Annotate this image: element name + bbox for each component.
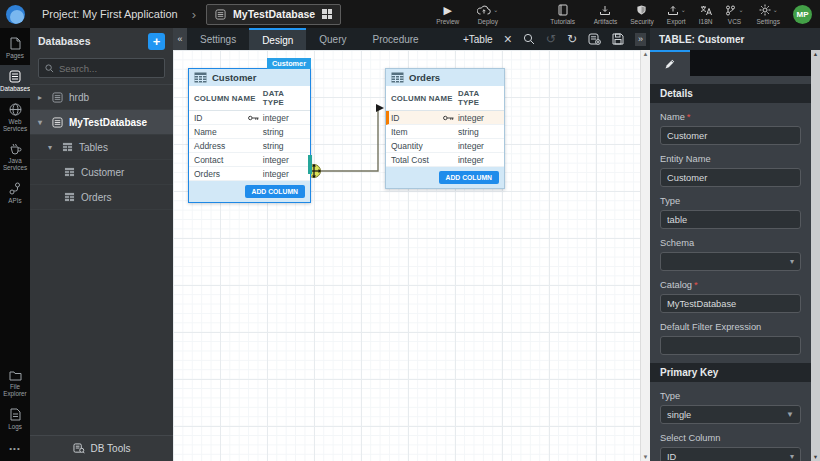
scroll-up-icon[interactable]: ▲ xyxy=(813,51,818,57)
type-label: Type xyxy=(660,196,801,206)
caret-down-icon: ⌄ xyxy=(493,4,498,17)
add-column-button[interactable]: ADD COLUMN xyxy=(439,171,499,184)
deploy-button[interactable]: ⌄ Deploy xyxy=(477,4,498,25)
entity-table-customer[interactable]: Customer Customer COLUMN NAME DATA TYPE … xyxy=(188,68,311,203)
name-label: Name* xyxy=(660,112,801,122)
export-button[interactable]: ⌄ Export xyxy=(667,4,686,25)
nav-apis[interactable]: APIs xyxy=(0,177,30,210)
databases-panel: Databases + ▸ hrdb ▾ MyTestDatabase ▾ Ta… xyxy=(30,28,173,461)
tab-procedure[interactable]: Procedure xyxy=(360,28,432,50)
more-icon[interactable]: ••• xyxy=(0,436,30,461)
caret-down-icon[interactable]: ▾ xyxy=(48,143,56,152)
canvas-vertical-scrollbar[interactable]: ▲ ▼ xyxy=(640,50,650,461)
column-row-totalcost[interactable]: Total Cost integer xyxy=(386,153,504,167)
tutorials-button[interactable]: Tutorials xyxy=(550,4,575,25)
redo-icon[interactable]: ↻ xyxy=(567,33,577,45)
edit-tab[interactable] xyxy=(650,50,690,76)
table-icon xyxy=(64,167,75,177)
search-icon[interactable] xyxy=(523,33,535,45)
chevron-down-icon: ▾ xyxy=(790,452,794,461)
nav-databases[interactable]: Databases xyxy=(0,65,30,98)
pk-select-column-select[interactable]: ID ▾ xyxy=(660,447,801,461)
nav-web-services[interactable]: Web Services xyxy=(0,98,30,138)
properties-scrollbar[interactable]: ▲ ▼ xyxy=(811,50,820,461)
name-field[interactable] xyxy=(660,126,801,145)
log-file-icon xyxy=(10,408,21,421)
pk-select-column-label: Select Column xyxy=(660,433,801,443)
tab-query[interactable]: Query xyxy=(306,28,359,50)
pk-type-select[interactable]: single ▼ xyxy=(660,405,801,424)
nav-file-explorer[interactable]: File Explorer xyxy=(0,365,30,403)
tab-design[interactable]: Design xyxy=(249,28,306,50)
topbar-actions: ▶ Preview ⌄ Deploy Tutorials xyxy=(436,4,575,25)
coffee-cup-icon xyxy=(9,143,22,155)
caret-down-icon: ⌄ xyxy=(773,4,778,17)
database-tree: ▸ hrdb ▾ MyTestDatabase ▾ Tables Custome… xyxy=(30,84,173,435)
app-logo[interactable] xyxy=(0,0,30,28)
tree-item-customer[interactable]: Customer xyxy=(30,160,173,185)
tree-item-orders[interactable]: Orders xyxy=(30,185,173,210)
i18n-button[interactable]: I18N xyxy=(699,4,713,25)
dashboard-grid-icon[interactable] xyxy=(322,9,332,19)
entity-table-orders[interactable]: Orders COLUMN NAME DATA TYPE ID integer … xyxy=(385,68,505,189)
entity-name-field[interactable] xyxy=(660,168,801,187)
scroll-down-icon[interactable]: ▼ xyxy=(813,454,818,460)
tree-item-hrdb[interactable]: ▸ hrdb xyxy=(30,85,173,110)
column-row-item[interactable]: Item string xyxy=(386,125,504,139)
column-row-orders[interactable]: Orders integer xyxy=(189,167,310,181)
scroll-up-icon[interactable]: ▲ xyxy=(643,51,649,57)
select-arrow-icon: ▼ xyxy=(786,410,794,419)
save-icon[interactable] xyxy=(612,33,624,45)
add-table-button[interactable]: +Table xyxy=(463,34,493,45)
tree-item-tables[interactable]: ▾ Tables xyxy=(30,135,173,160)
table-icon xyxy=(194,72,207,83)
column-row-id[interactable]: ID integer xyxy=(189,111,310,125)
db-tools-button[interactable]: DB Tools xyxy=(30,435,173,461)
collapse-right-panel-button[interactable]: » xyxy=(635,33,646,46)
type-field[interactable] xyxy=(660,210,801,229)
search-box[interactable] xyxy=(38,58,165,78)
caret-right-icon[interactable]: ▸ xyxy=(38,93,46,102)
search-input[interactable] xyxy=(59,63,158,74)
entity-table-header[interactable]: Customer xyxy=(189,69,310,86)
table-icon xyxy=(62,142,73,152)
column-row-address[interactable]: Address string xyxy=(189,139,310,153)
security-button[interactable]: Security xyxy=(630,4,653,25)
column-row-contact[interactable]: Contact integer xyxy=(189,153,310,167)
database-icon xyxy=(52,92,63,103)
artifacts-button[interactable]: Artifacts xyxy=(594,4,617,25)
design-canvas[interactable]: Customer Customer COLUMN NAME DATA TYPE … xyxy=(173,50,650,461)
schema-select[interactable]: ▾ xyxy=(660,252,801,271)
nav-pages[interactable]: Pages xyxy=(0,32,30,65)
undo-icon[interactable]: ↺ xyxy=(546,33,556,45)
db-tools-icon xyxy=(73,443,85,454)
user-avatar[interactable]: MP xyxy=(793,5,812,24)
databases-panel-title: Databases xyxy=(38,35,91,47)
close-icon[interactable]: × xyxy=(504,32,512,46)
column-row-quantity[interactable]: Quantity integer xyxy=(386,139,504,153)
logo-icon xyxy=(6,5,25,24)
add-column-button[interactable]: ADD COLUMN xyxy=(245,185,305,198)
database-tab[interactable]: MyTestDatabase xyxy=(206,4,341,25)
column-row-id[interactable]: ID integer xyxy=(386,111,504,125)
download-tray-icon xyxy=(599,5,611,16)
upload-tray-icon xyxy=(667,5,679,16)
update-database-icon[interactable] xyxy=(588,33,601,45)
caret-down-icon[interactable]: ▾ xyxy=(38,118,46,127)
catalog-field[interactable] xyxy=(660,294,801,313)
settings-button[interactable]: ⌄ Settings xyxy=(757,4,781,25)
add-database-button[interactable]: + xyxy=(148,33,165,50)
vcs-button[interactable]: ⌄ VCS xyxy=(725,4,743,25)
tab-settings[interactable]: Settings xyxy=(187,28,249,50)
nav-java-services[interactable]: Java Services xyxy=(0,138,30,177)
entity-table-header[interactable]: Orders xyxy=(386,69,504,86)
scroll-down-icon[interactable]: ▼ xyxy=(643,454,649,460)
branch-icon xyxy=(725,5,736,16)
nav-logs[interactable]: Logs xyxy=(0,403,30,436)
default-filter-field[interactable] xyxy=(660,336,801,355)
column-row-name[interactable]: Name string xyxy=(189,125,310,139)
preview-button[interactable]: ▶ Preview xyxy=(436,4,459,25)
tree-item-mytestdatabase[interactable]: ▾ MyTestDatabase xyxy=(30,110,173,135)
connection-handle[interactable] xyxy=(308,155,312,174)
collapse-left-panel-button[interactable]: « xyxy=(173,28,187,50)
